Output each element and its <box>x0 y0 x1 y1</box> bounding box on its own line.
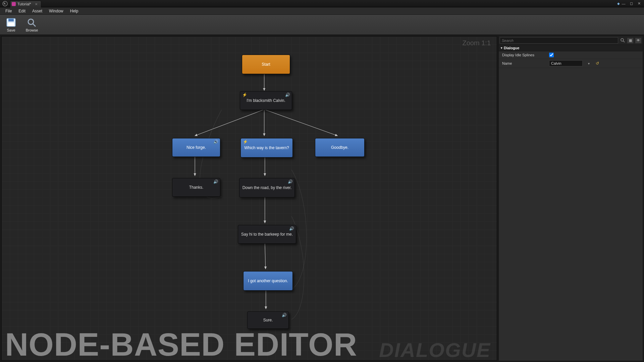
sound-icon: 🔊 <box>285 93 290 97</box>
tab-close-icon[interactable]: ✕ <box>35 2 38 6</box>
svg-line-10 <box>264 110 338 136</box>
toolbar: Save Browse <box>0 15 644 35</box>
node-label: Sure. <box>263 318 273 322</box>
details-panel: ▦ 👁 ▾ Dialogue Display Idle Splines Name… <box>498 36 643 361</box>
document-tab[interactable]: Tutorial* ✕ <box>10 1 41 7</box>
search-input[interactable] <box>500 37 618 44</box>
node-label: Start <box>262 62 270 67</box>
lightning-icon: ⚡ <box>242 93 247 97</box>
menu-bar: File Edit Asset Window Help <box>0 7 644 15</box>
asset-icon <box>12 2 16 6</box>
sound-icon: 🔊 <box>282 313 287 317</box>
watermark-subtitle: DIALOGUE <box>379 339 491 361</box>
node-label: Thanks. <box>189 185 204 190</box>
close-button[interactable]: ✕ <box>635 1 643 6</box>
browse-label: Browse <box>26 28 38 32</box>
node-tavern[interactable]: ⚡ Which way is the tavern? <box>240 138 293 158</box>
node-label: Say hi to the barkeep for me. <box>241 232 293 237</box>
svg-point-16 <box>621 39 624 41</box>
window-titlebar: Tutorial* ✕ ◆ — ◻ ✕ <box>0 0 644 7</box>
node-another[interactable]: I got another question. <box>243 271 293 291</box>
browse-button[interactable]: Browse <box>23 17 40 32</box>
search-icon[interactable] <box>620 38 626 44</box>
save-label: Save <box>7 28 15 32</box>
node-label: Goodbye. <box>331 145 348 150</box>
property-label: Name <box>502 61 546 65</box>
source-control-icon[interactable]: ◆ <box>617 2 620 5</box>
node-label: Down the road, by the river. <box>243 185 292 190</box>
node-label: I got another question. <box>248 279 288 283</box>
menu-help[interactable]: Help <box>67 7 82 14</box>
menu-file[interactable]: File <box>2 7 15 14</box>
node-label: I'm blacksmith Calvin. <box>247 98 285 103</box>
reset-icon[interactable]: ↺ <box>593 61 599 66</box>
minimize-button[interactable]: — <box>620 1 627 6</box>
display-idle-checkbox[interactable] <box>549 53 554 57</box>
lightning-icon: ⚡ <box>243 139 248 144</box>
zoom-label: Zoom 1:1 <box>463 39 491 47</box>
view-eye-button[interactable]: 👁 <box>635 38 642 44</box>
section-title: Dialogue <box>504 46 519 50</box>
property-name: Name ▾ ↺ <box>499 59 643 68</box>
section-header-dialogue[interactable]: ▾ Dialogue <box>499 45 643 51</box>
view-grid-button[interactable]: ▦ <box>627 38 634 44</box>
node-start[interactable]: Start <box>242 55 290 74</box>
svg-rect-3 <box>8 23 14 26</box>
sound-icon: 🔊 <box>213 139 218 144</box>
svg-point-4 <box>28 19 34 24</box>
node-label: Nice forge. <box>186 145 206 150</box>
app-logo <box>0 0 10 7</box>
sound-icon: 🔊 <box>289 226 294 231</box>
svg-line-5 <box>33 24 36 26</box>
chevron-down-icon: ▾ <box>501 46 502 50</box>
chevron-down-icon[interactable]: ▾ <box>586 62 590 65</box>
tab-label: Tutorial* <box>17 2 31 6</box>
save-button[interactable]: Save <box>3 17 19 32</box>
watermark-title: NODE-BASED EDITOR <box>5 326 357 361</box>
sound-icon: 🔊 <box>213 179 218 184</box>
property-display-idle: Display Idle Splines <box>499 51 643 59</box>
maximize-button[interactable]: ◻ <box>628 1 635 6</box>
node-down-road[interactable]: 🔊 Down the road, by the river. <box>239 178 295 197</box>
sound-icon: 🔊 <box>288 179 293 184</box>
node-intro[interactable]: ⚡ 🔊 I'm blacksmith Calvin. <box>240 91 292 110</box>
svg-line-14 <box>265 243 266 269</box>
node-label: Which way is the tavern? <box>244 145 289 150</box>
menu-edit[interactable]: Edit <box>15 7 29 14</box>
node-nice-forge[interactable]: 🔊 Nice forge. <box>172 138 220 157</box>
menu-asset[interactable]: Asset <box>29 7 46 14</box>
graph-canvas[interactable]: Zoom 1:1 <box>1 36 497 361</box>
node-thanks[interactable]: 🔊 Thanks. <box>172 178 220 197</box>
property-label: Display Idle Splines <box>502 53 546 57</box>
menu-window[interactable]: Window <box>46 7 67 14</box>
node-goodbye[interactable]: Goodbye. <box>315 138 365 157</box>
node-say-hi[interactable]: 🔊 Say hi to the barkeep for me. <box>238 225 296 244</box>
name-input[interactable] <box>549 60 583 66</box>
svg-line-8 <box>195 110 264 136</box>
svg-line-17 <box>623 41 625 42</box>
save-icon <box>6 17 16 27</box>
browse-icon <box>26 17 37 27</box>
svg-rect-2 <box>8 19 14 21</box>
